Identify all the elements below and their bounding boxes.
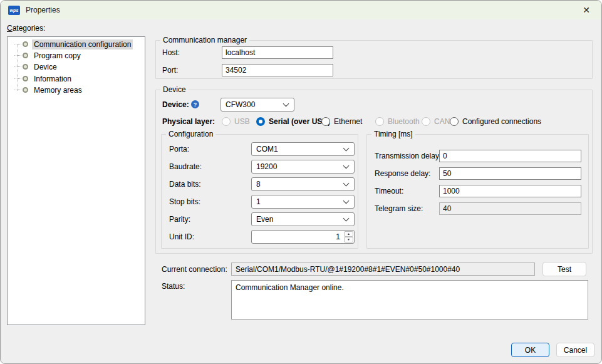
transmission-delay-input[interactable] bbox=[439, 150, 581, 162]
group-title: Timing [ms] bbox=[371, 130, 415, 138]
port-input[interactable] bbox=[222, 64, 333, 76]
radio-ethernet[interactable]: Ethernet bbox=[321, 117, 362, 127]
spin-up-button[interactable]: ▲ bbox=[344, 231, 353, 237]
data-bits-label: Data bits: bbox=[169, 177, 201, 191]
title-bar: wps Properties ✕ bbox=[1, 1, 601, 19]
help-icon[interactable]: ? bbox=[191, 100, 199, 108]
port-label: Port: bbox=[162, 64, 178, 76]
tree-node-icon bbox=[23, 76, 28, 81]
unit-id-label: Unit ID: bbox=[169, 230, 194, 244]
radio-can: CAN bbox=[422, 117, 450, 127]
app-logo-icon: wps bbox=[8, 6, 20, 15]
properties-dialog: wps Properties ✕ Categories: Communicati… bbox=[0, 0, 602, 364]
current-connection-field: Serial/COM1/Modbus-RTU/@1#19200#8#1#EVEN… bbox=[231, 263, 535, 276]
physical-layer-label: Physical layer: bbox=[162, 115, 215, 128]
chevron-down-icon bbox=[343, 197, 350, 204]
categories-tree: Communication configuration Program copy… bbox=[7, 36, 145, 325]
tree-item-information[interactable]: Information bbox=[14, 73, 73, 84]
chevron-down-icon bbox=[343, 215, 350, 221]
telegram-size-label: Telegram size: bbox=[375, 202, 423, 215]
response-delay-input[interactable] bbox=[439, 167, 581, 180]
radio-icon bbox=[321, 117, 330, 126]
parity-select[interactable]: Even bbox=[251, 212, 355, 226]
tree-node-icon bbox=[23, 87, 28, 93]
group-title: Communication manager bbox=[160, 36, 249, 44]
radio-usb: USB bbox=[222, 117, 250, 127]
communication-manager-group: Communication manager Host: Port: bbox=[155, 40, 593, 79]
tree-node-icon bbox=[23, 64, 28, 70]
current-connection-label: Current connection: bbox=[162, 264, 227, 275]
porta-label: Porta: bbox=[169, 142, 189, 156]
group-title: Configuration bbox=[166, 130, 215, 138]
stop-bits-select[interactable]: 1 bbox=[251, 195, 355, 209]
device-group: Device Device: ? CFW300 Physical layer: … bbox=[155, 90, 593, 254]
unit-id-stepper[interactable]: ▲ ▼ bbox=[251, 230, 355, 244]
window-title: Properties bbox=[26, 6, 60, 14]
status-box: Communication Manager online. bbox=[231, 280, 588, 320]
unit-id-input[interactable] bbox=[252, 231, 343, 243]
close-button[interactable]: ✕ bbox=[576, 3, 596, 18]
chevron-down-icon bbox=[343, 145, 350, 151]
radio-bluetooth: Bluetooth bbox=[375, 117, 420, 127]
radio-icon bbox=[375, 117, 384, 126]
chevron-down-icon bbox=[283, 100, 289, 107]
stop-bits-label: Stop bits: bbox=[169, 195, 200, 209]
status-label: Status: bbox=[162, 281, 185, 292]
chevron-down-icon bbox=[343, 162, 350, 169]
timeout-label: Timeout: bbox=[375, 185, 403, 197]
telegram-size-field bbox=[439, 202, 581, 215]
data-bits-select[interactable]: 8 bbox=[251, 177, 355, 191]
tree-item-device[interactable]: Device bbox=[14, 61, 59, 72]
timeout-input[interactable] bbox=[439, 185, 581, 197]
host-input[interactable] bbox=[222, 46, 333, 59]
timing-group: Timing [ms] Transmission delay: Response… bbox=[366, 134, 589, 249]
host-label: Host: bbox=[162, 46, 180, 59]
close-icon: ✕ bbox=[583, 5, 590, 15]
tree-item-program-copy[interactable]: Program copy bbox=[14, 50, 83, 61]
group-title: Device bbox=[160, 85, 189, 94]
device-select-value: CFW300 bbox=[226, 100, 255, 109]
tree-node-icon bbox=[23, 53, 28, 58]
test-button[interactable]: Test bbox=[542, 262, 586, 276]
categories-label: Categories: bbox=[7, 24, 45, 33]
configuration-group: Configuration Porta: COM1 Baudrate: 1920… bbox=[161, 134, 358, 249]
radio-icon bbox=[450, 117, 459, 126]
chevron-down-icon bbox=[343, 180, 350, 186]
transmission-delay-label: Transmission delay: bbox=[375, 150, 441, 162]
radio-icon bbox=[422, 117, 430, 126]
ok-button[interactable]: OK bbox=[511, 343, 549, 357]
device-label: Device: bbox=[162, 98, 189, 112]
radio-configured-connections[interactable]: Configured connections bbox=[450, 117, 541, 127]
baudrate-select[interactable]: 19200 bbox=[251, 160, 355, 174]
cancel-button[interactable]: Cancel bbox=[556, 343, 594, 357]
tree-item-communication-configuration[interactable]: Communication configuration bbox=[14, 39, 133, 49]
baudrate-label: Baudrate: bbox=[169, 160, 202, 174]
radio-icon bbox=[222, 117, 231, 126]
parity-label: Parity: bbox=[169, 212, 190, 226]
tree-item-memory-areas[interactable]: Memory areas bbox=[14, 85, 84, 95]
spin-down-button[interactable]: ▼ bbox=[344, 237, 353, 242]
radio-selected-icon bbox=[256, 117, 265, 126]
device-select[interactable]: CFW300 bbox=[221, 98, 294, 112]
porta-select[interactable]: COM1 bbox=[251, 142, 355, 156]
tree-node-icon bbox=[23, 41, 28, 47]
radio-serial-over-usb[interactable]: Serial (over USB) bbox=[256, 117, 330, 127]
response-delay-label: Response delay: bbox=[375, 167, 430, 180]
